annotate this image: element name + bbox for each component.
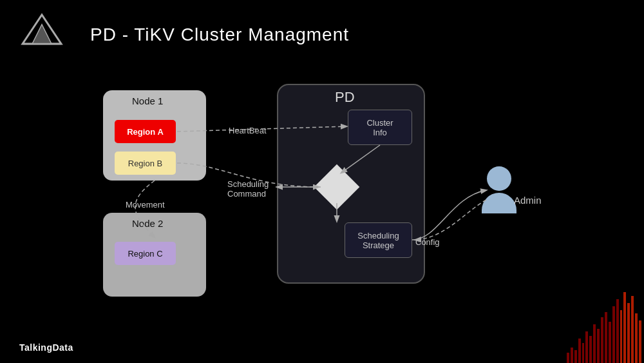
bar-chart (567, 286, 644, 363)
region-c-label: Region C (128, 249, 162, 259)
bar-item (574, 350, 577, 363)
admin-body (482, 193, 516, 213)
heartbeat-label: HeartBeat (229, 126, 267, 135)
bar-item (601, 317, 603, 364)
cluster-info-box: ClusterInfo (348, 110, 412, 145)
bar-item (593, 324, 596, 364)
scheduling-stratege-box: SchedulingStratege (345, 222, 412, 258)
scheduling-stratege-label: SchedulingStratege (357, 231, 399, 250)
bar-item (605, 312, 607, 363)
bar-item (635, 313, 638, 363)
cluster-info-label: ClusterInfo (366, 118, 393, 137)
bar-item (609, 322, 611, 363)
bar-item (620, 310, 623, 364)
admin-figure (482, 166, 516, 213)
bar-item (585, 331, 588, 364)
admin-head (487, 166, 511, 191)
node2-label: Node 2 (132, 218, 163, 229)
movement-label: Movement (126, 200, 165, 210)
region-b-label: Region B (128, 159, 162, 168)
bar-item (623, 292, 626, 363)
brand-label: TalkingData (19, 342, 73, 353)
bar-item (567, 353, 569, 364)
bar-item (597, 329, 600, 363)
node1-label: Node 1 (132, 95, 163, 106)
bar-item (627, 303, 630, 364)
bar-item (578, 338, 581, 364)
bar-item (612, 306, 615, 363)
region-a-box: Region A (115, 120, 176, 143)
page-title: PD - TiKV Cluster Managment (90, 25, 349, 45)
scheduling-command-label: SchedulingCommand (227, 179, 269, 199)
bar-item (631, 296, 634, 364)
region-b-box: Region B (115, 152, 176, 175)
region-a-label: Region A (127, 127, 164, 137)
region-c-box: Region C (115, 242, 176, 265)
pd-label: PD (335, 89, 355, 106)
bar-item (582, 343, 585, 363)
bar-item (589, 336, 592, 363)
bar-item (639, 320, 641, 363)
svg-marker-1 (32, 25, 52, 44)
admin-label: Admin (514, 195, 542, 206)
bar-item (571, 348, 573, 363)
logo-icon (19, 12, 64, 47)
bar-item (616, 299, 619, 363)
config-label: Config (415, 237, 440, 247)
